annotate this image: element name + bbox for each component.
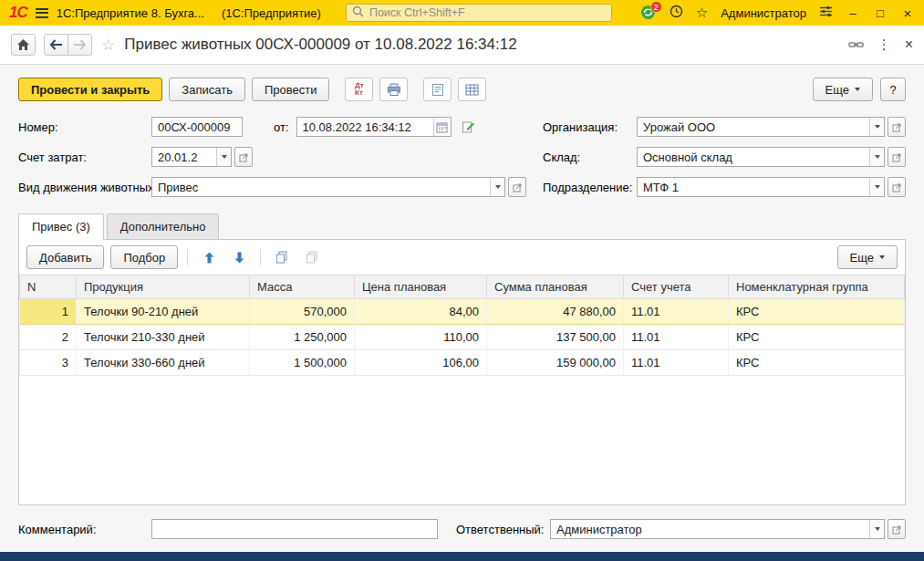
division-label: Подразделение: bbox=[543, 181, 637, 194]
dropdown-icon[interactable] bbox=[216, 148, 231, 166]
tab-dopolnitelno[interactable]: Дополнительно bbox=[107, 213, 220, 239]
table-toolbar: Добавить Подбор Еще bbox=[19, 240, 905, 275]
app-title: 1С:Предприятие 8. Бухга... bbox=[57, 6, 204, 20]
search-placeholder: Поиск Ctrl+Shift+F bbox=[369, 6, 465, 19]
table-more-button[interactable]: Еще bbox=[837, 245, 898, 269]
maximize-button[interactable]: □ bbox=[873, 6, 888, 20]
titlebar-right: 2 ☆ Администратор – □ × bbox=[640, 5, 915, 21]
open-warehouse-button[interactable] bbox=[888, 147, 906, 167]
navbar-right: ⋮ × bbox=[848, 36, 913, 53]
number-field[interactable]: 00СХ-000009 bbox=[151, 117, 243, 137]
table-row[interactable]: 2 Телочки 210-330 дней 1 250,000 110,00 … bbox=[20, 325, 905, 350]
col-header-n: N bbox=[20, 275, 77, 299]
number-row: Номер: 00СХ-000009 от: 10.08.2022 16:34:… bbox=[18, 116, 543, 138]
app-context: (1С:Предприятие) bbox=[222, 6, 321, 20]
table-toolbar-right: Еще bbox=[837, 245, 898, 269]
add-row-button[interactable]: Добавить bbox=[26, 245, 104, 269]
header-fields: Номер: 00СХ-000009 от: 10.08.2022 16:34:… bbox=[18, 116, 906, 206]
cost-account-row: Счет затрат: 20.01.2 bbox=[18, 146, 543, 168]
history-nav-group bbox=[44, 34, 92, 56]
open-cost-account-button[interactable] bbox=[234, 147, 253, 167]
write-button[interactable]: Записать bbox=[169, 78, 245, 101]
dropdown-icon[interactable] bbox=[869, 118, 884, 136]
search-icon bbox=[352, 5, 364, 20]
dt-kt-button[interactable]: ДтКт bbox=[345, 78, 373, 101]
notification-badge: 2 bbox=[650, 1, 662, 13]
extra-icon-group bbox=[423, 78, 486, 101]
organization-field[interactable]: Урожай ООО bbox=[637, 117, 885, 137]
status-strip bbox=[0, 552, 924, 561]
form-area: Провести и закрыть Записать Провести ДтК… bbox=[0, 78, 924, 539]
close-form-button[interactable]: × bbox=[905, 36, 913, 53]
division-row: Подразделение: МТФ 1 bbox=[543, 176, 906, 198]
dropdown-icon[interactable] bbox=[869, 520, 884, 538]
footer-fields: Комментарий: Ответственный: Администрато… bbox=[18, 519, 906, 539]
more-menu-icon[interactable]: ⋮ bbox=[877, 36, 891, 53]
edit-document-icon[interactable] bbox=[459, 117, 479, 137]
col-header-price: Цена плановая bbox=[355, 275, 487, 299]
open-division-button[interactable] bbox=[888, 177, 906, 197]
col-header-group: Номенклатурная группа bbox=[729, 275, 905, 299]
home-button[interactable] bbox=[11, 34, 36, 56]
doc-icon-group: ДтКт bbox=[345, 78, 408, 101]
organization-row: Организация: Урожай ООО bbox=[543, 116, 906, 138]
open-organization-button[interactable] bbox=[888, 117, 906, 137]
cost-account-label: Счет затрат: bbox=[18, 151, 151, 164]
post-and-close-button[interactable]: Провести и закрыть bbox=[18, 78, 162, 101]
register-report-icon[interactable] bbox=[458, 78, 486, 101]
date-label: от: bbox=[274, 120, 289, 134]
tab-prives[interactable]: Привес (3) bbox=[18, 213, 104, 240]
division-field[interactable]: МТФ 1 bbox=[637, 177, 885, 197]
current-user[interactable]: Администратор bbox=[721, 6, 806, 20]
col-header-product: Продукция bbox=[77, 275, 250, 299]
search-input[interactable]: Поиск Ctrl+Shift+F bbox=[346, 4, 612, 22]
col-header-account: Счет учета bbox=[624, 275, 729, 299]
history-icon[interactable] bbox=[670, 5, 683, 21]
print-button[interactable] bbox=[379, 78, 408, 101]
pick-button[interactable]: Подбор bbox=[110, 245, 178, 269]
open-movement-type-button[interactable] bbox=[508, 177, 526, 197]
warehouse-field[interactable]: Основной склад bbox=[637, 147, 885, 167]
responsible-field[interactable]: Администратор bbox=[550, 519, 885, 539]
more-button[interactable]: Еще bbox=[813, 78, 873, 101]
forward-button[interactable] bbox=[67, 34, 92, 56]
movement-type-field[interactable]: Привес bbox=[151, 177, 505, 197]
move-up-icon[interactable] bbox=[197, 246, 221, 268]
fields-right-column: Организация: Урожай ООО Склад: Основной … bbox=[543, 116, 906, 206]
titlebar: 1С 1С:Предприятие 8. Бухга... (1С:Предпр… bbox=[0, 0, 924, 26]
calendar-icon[interactable] bbox=[433, 118, 451, 136]
dropdown-icon[interactable] bbox=[869, 178, 884, 196]
separator bbox=[187, 249, 188, 265]
separator bbox=[260, 249, 261, 265]
organization-label: Организация: bbox=[543, 120, 637, 134]
command-bar: Провести и закрыть Записать Провести ДтК… bbox=[18, 78, 906, 101]
online-support-icon[interactable]: 2 bbox=[640, 5, 657, 21]
dropdown-icon[interactable] bbox=[869, 148, 884, 166]
paste-row-icon[interactable] bbox=[300, 246, 324, 268]
chevron-down-icon bbox=[855, 88, 860, 91]
cost-account-field[interactable]: 20.01.2 bbox=[151, 147, 232, 167]
table-row[interactable]: 3 Телочки 330-660 дней 1 500,000 106,00 … bbox=[20, 350, 905, 376]
date-field[interactable]: 10.08.2022 16:34:12 bbox=[296, 117, 452, 137]
warehouse-label: Склад: bbox=[543, 151, 637, 164]
copy-row-icon[interactable] bbox=[270, 246, 294, 268]
minimize-button[interactable]: – bbox=[846, 6, 860, 20]
related-documents-icon[interactable] bbox=[423, 78, 452, 101]
dropdown-icon[interactable] bbox=[490, 178, 504, 196]
favorites-icon[interactable]: ☆ bbox=[696, 5, 708, 21]
responsible-label: Ответственный: bbox=[456, 523, 550, 536]
close-window-button[interactable]: × bbox=[900, 5, 915, 21]
items-table: N Продукция Масса Цена плановая Сумма пл… bbox=[19, 275, 905, 376]
help-button[interactable]: ? bbox=[880, 78, 906, 101]
add-favorite-icon[interactable]: ☆ bbox=[101, 36, 115, 55]
movement-type-label: Вид движения животных: bbox=[18, 181, 151, 194]
settings-icon[interactable] bbox=[819, 5, 833, 20]
open-responsible-button[interactable] bbox=[888, 519, 906, 539]
post-button[interactable]: Провести bbox=[252, 78, 330, 101]
move-down-icon[interactable] bbox=[227, 246, 251, 268]
table-row[interactable]: 1 Телочки 90-210 дней 570,000 84,00 47 8… bbox=[20, 299, 905, 325]
comment-input[interactable] bbox=[151, 519, 438, 539]
back-button[interactable] bbox=[44, 34, 68, 56]
main-menu-icon[interactable] bbox=[36, 8, 48, 18]
get-link-icon[interactable] bbox=[848, 38, 864, 52]
